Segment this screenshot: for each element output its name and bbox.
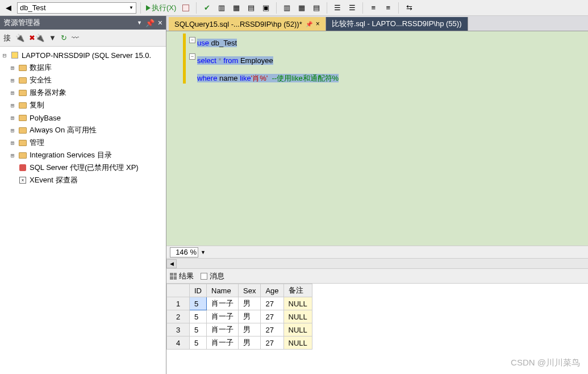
tool-button[interactable]: ▦ [295, 2, 308, 14]
tree-node[interactable]: ⊞服务器对象 [0, 86, 166, 99]
cell[interactable]: 27 [261, 336, 283, 350]
object-tree[interactable]: ⊟ LAPTOP-NRSSD9IP (SQL Server 15.0. ⊞数据库… [0, 47, 166, 374]
tree-node-label: 数据库 [30, 63, 52, 73]
tool-button[interactable]: ⇆ [403, 2, 415, 14]
table-row[interactable]: 35肖一子男27NULL [167, 323, 312, 336]
results-table[interactable]: IDNameSexAge备注 15肖一子男27NULL25肖一子男27NULL3… [166, 284, 312, 350]
tool-button[interactable]: ▤ [245, 2, 257, 14]
stats-icon: ▤ [248, 3, 255, 12]
expand-icon[interactable]: ⊞ [9, 127, 16, 134]
check-icon: ✔ [204, 3, 210, 12]
object-explorer-title-bar: 资源管理器 ▼ 📌 × [0, 16, 166, 30]
database-combo[interactable]: db_Test ▼ [17, 2, 136, 14]
cell[interactable]: 肖一子 [207, 310, 239, 323]
cell[interactable]: 27 [261, 323, 283, 336]
tree-node[interactable]: ⊞Always On 高可用性 [0, 124, 166, 136]
code-text[interactable]: use db_Test select * from Employee where… [197, 34, 339, 86]
tab-active[interactable]: SQLQuery15.sql -...RSSD9IP\hp (52))* 📌 × [169, 17, 326, 31]
column-header[interactable]: Sex [239, 284, 261, 297]
stop-icon [182, 5, 189, 11]
cell[interactable]: NULL [283, 336, 312, 350]
expand-icon[interactable]: ⊞ [9, 114, 16, 122]
tree-node[interactable]: ⊞数据库 [0, 61, 166, 74]
tree-node[interactable]: ⊞复制 [0, 99, 166, 111]
execute-button[interactable]: 执行(X) [145, 2, 177, 14]
tab-results[interactable]: 结果 [170, 271, 194, 281]
connect-label[interactable]: 接 [3, 33, 11, 43]
tree-node[interactable]: xXEvent 探查器 [0, 174, 166, 186]
dropdown-icon[interactable]: ▼ [137, 20, 142, 26]
close-icon[interactable]: × [316, 20, 320, 28]
cell[interactable]: 男 [239, 297, 261, 310]
expand-icon[interactable]: ⊞ [9, 102, 16, 109]
table-row[interactable]: 45肖一子男27NULL [167, 336, 312, 350]
cell[interactable]: 男 [239, 336, 261, 350]
cell[interactable]: 5 [190, 297, 207, 310]
tool-button[interactable]: ☰ [331, 2, 344, 14]
cell[interactable]: 肖一子 [207, 297, 239, 310]
parse-button[interactable]: ✔ [201, 2, 213, 14]
refresh-icon[interactable]: ↻ [61, 34, 67, 42]
expand-icon[interactable]: ⊞ [9, 64, 16, 72]
cell[interactable]: 肖一子 [207, 336, 239, 350]
tool-button[interactable]: ▣ [260, 2, 272, 14]
cell[interactable]: 5 [190, 310, 207, 323]
pin-icon[interactable]: 📌 [145, 19, 155, 27]
cell[interactable]: 5 [190, 336, 207, 350]
sql-editor[interactable]: − − use db_Test select * from Employee w… [166, 31, 588, 246]
expand-icon[interactable]: ⊞ [9, 152, 16, 159]
scroll-left-icon[interactable]: ◀ [166, 259, 177, 268]
cell[interactable]: 男 [239, 310, 261, 323]
cell[interactable]: NULL [283, 297, 312, 310]
zoom-input[interactable] [170, 247, 198, 257]
tree-node[interactable]: ⊞安全性 [0, 74, 166, 86]
fold-icon[interactable]: − [189, 37, 195, 43]
tab-messages[interactable]: 消息 [201, 271, 224, 281]
cell[interactable]: 男 [239, 323, 261, 336]
stop-button[interactable] [180, 2, 192, 14]
cell[interactable]: 27 [261, 310, 283, 323]
disconnect-icon[interactable]: ✖🔌 [29, 34, 44, 42]
server-node[interactable]: ⊟ LAPTOP-NRSSD9IP (SQL Server 15.0. [0, 49, 166, 61]
fold-icon[interactable]: − [189, 53, 195, 60]
pin-icon[interactable]: 📌 [306, 21, 312, 27]
editor-scrollbar[interactable]: ◀ [166, 258, 588, 268]
back-icon[interactable]: ◀ [2, 2, 15, 14]
result-icon: ▤ [313, 3, 320, 12]
filter-icon[interactable]: ▼ [49, 34, 56, 42]
tool-button[interactable]: ▤ [310, 2, 323, 14]
expand-icon[interactable]: ⊞ [9, 89, 16, 97]
outdent-icon: ≡ [386, 3, 391, 12]
tool-button[interactable]: ≡ [382, 2, 394, 14]
expand-icon[interactable]: ⊞ [9, 77, 16, 84]
tree-node[interactable]: ⊞管理 [0, 136, 166, 149]
column-header[interactable]: Age [261, 284, 283, 297]
cell[interactable]: 肖一子 [207, 323, 239, 336]
tree-node[interactable]: ⊞PolyBase [0, 111, 166, 124]
cell[interactable]: NULL [283, 310, 312, 323]
tool-button[interactable]: ▦ [230, 2, 243, 14]
chevron-down-icon[interactable]: ▼ [201, 250, 206, 255]
tool-button[interactable]: ▥ [215, 2, 228, 14]
expand-icon[interactable]: ⊞ [9, 139, 16, 147]
connect-icon[interactable]: 🔌 [15, 34, 24, 42]
collapse-icon[interactable]: ⊟ [1, 52, 8, 59]
tool-button[interactable]: ▥ [281, 2, 293, 14]
tool-button[interactable]: ≡ [367, 2, 380, 14]
column-header[interactable]: ID [190, 284, 207, 297]
tool-button[interactable]: ☰ [346, 2, 358, 14]
table-row[interactable]: 25肖一子男27NULL [167, 310, 312, 323]
tab-inactive[interactable]: 比较符.sql - LAPTO...RSSD9IP\hp (55)) [326, 17, 468, 31]
cell[interactable]: NULL [283, 323, 312, 336]
cell[interactable]: 27 [261, 297, 283, 310]
table-row[interactable]: 15肖一子男27NULL [167, 297, 312, 310]
results-grid[interactable]: IDNameSexAge备注 15肖一子男27NULL25肖一子男27NULL3… [166, 283, 588, 374]
database-icon: ▥ [218, 3, 225, 12]
column-header[interactable]: 备注 [283, 284, 312, 297]
tree-node[interactable]: SQL Server 代理(已禁用代理 XP) [0, 161, 166, 174]
close-icon[interactable]: × [158, 18, 162, 27]
cell[interactable]: 5 [190, 323, 207, 336]
column-header[interactable]: Name [207, 284, 239, 297]
tree-node[interactable]: ⊞Integration Services 目录 [0, 149, 166, 161]
activity-icon[interactable]: 〰 [72, 34, 79, 42]
